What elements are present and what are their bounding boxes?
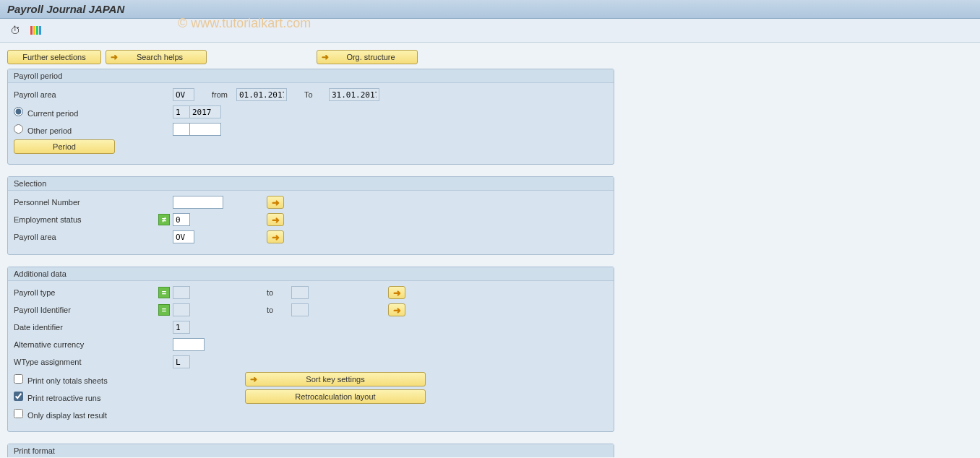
retrocalc-layout-label: Retrocalculation layout [295, 392, 375, 401]
org-structure-label: Org. structure [346, 53, 395, 61]
to-label: to [262, 306, 291, 314]
group-selection: Selection Personnel Number ➜ Employment … [7, 176, 614, 255]
period-year-field[interactable] [189, 105, 221, 118]
payroll-area-label: Payroll area [14, 90, 173, 99]
execute-icon[interactable] [7, 23, 23, 38]
only-last-label: Only display last result [27, 411, 107, 420]
equal-icon[interactable]: = [158, 287, 170, 298]
multiple-selection-button[interactable]: ➜ [267, 213, 284, 226]
page-title: Payroll Journal JAPAN [0, 0, 980, 19]
arrow-right-icon: ➜ [393, 305, 401, 316]
only-last-checkbox[interactable] [14, 409, 23, 418]
employment-status-field[interactable] [173, 213, 190, 226]
not-equal-icon[interactable]: ≠ [158, 214, 170, 225]
other-period-num-field[interactable] [173, 123, 190, 136]
group-payroll-period: Payroll period Payroll area from To Curr… [7, 69, 614, 165]
print-totals-option[interactable]: Print only totals sheets [14, 374, 173, 385]
equal-icon[interactable]: = [158, 304, 170, 316]
print-retro-checkbox[interactable] [14, 392, 23, 401]
sort-key-settings-button[interactable]: ➜Sort key settings [245, 372, 426, 386]
period-num-field[interactable] [173, 105, 190, 118]
sort-key-settings-label: Sort key settings [306, 375, 364, 384]
arrow-right-icon: ➜ [111, 52, 118, 62]
group-title: Print format [8, 444, 614, 457]
wtype-field[interactable] [173, 355, 190, 368]
arrow-right-icon: ➜ [250, 374, 257, 384]
from-label: from [207, 90, 236, 99]
payroll-area-field[interactable] [173, 88, 194, 101]
personnel-number-label: Personnel Number [14, 198, 173, 207]
search-helps-label: Search helps [137, 53, 183, 61]
payroll-type-label: Payroll type [14, 288, 173, 297]
current-period-radio[interactable] [14, 107, 23, 116]
date-identifier-field[interactable] [173, 321, 190, 334]
top-button-row: Further selections ➜Search helps ➜Org. s… [7, 50, 614, 64]
search-helps-button[interactable]: ➜Search helps [106, 50, 207, 64]
arrow-right-icon: ➜ [272, 215, 280, 225]
payroll-identifier-label: Payroll Identifier [14, 306, 173, 314]
period-button[interactable]: Period [14, 139, 115, 154]
only-last-option[interactable]: Only display last result [14, 409, 173, 420]
to-label: to [262, 288, 291, 297]
employment-status-label: Employment status [14, 215, 173, 224]
payroll-area-label-2: Payroll area [14, 233, 173, 241]
group-title: Selection [8, 177, 614, 191]
payroll-identifier-field[interactable] [173, 303, 190, 316]
print-retro-label: Print retroactive runs [27, 394, 100, 402]
group-title: Additional data [8, 267, 614, 281]
to-label: To [300, 90, 329, 99]
variant-icon[interactable] [27, 23, 43, 38]
payroll-identifier-to-field[interactable] [291, 303, 309, 316]
other-period-label: Other period [27, 126, 72, 135]
retrocalc-layout-button[interactable]: Retrocalculation layout [245, 389, 426, 404]
further-selections-button[interactable]: Further selections [7, 50, 101, 64]
group-print-format: Print format Page header [7, 444, 614, 457]
multiple-selection-button[interactable]: ➜ [267, 230, 284, 243]
print-totals-checkbox[interactable] [14, 374, 23, 384]
multiple-selection-button[interactable]: ➜ [267, 196, 284, 209]
multiple-selection-button[interactable]: ➜ [388, 303, 405, 316]
arrow-right-icon: ➜ [272, 197, 280, 208]
alt-currency-label: Alternative currency [14, 340, 173, 349]
app-toolbar [0, 19, 980, 43]
group-additional: Additional data Payroll type = to ➜ Payr… [7, 267, 614, 432]
org-structure-button[interactable]: ➜Org. structure [317, 50, 418, 64]
arrow-right-icon: ➜ [393, 288, 401, 298]
multiple-selection-button[interactable]: ➜ [388, 286, 405, 299]
content-scroll[interactable]: Further selections ➜Search helps ➜Org. s… [0, 43, 980, 457]
print-retro-option[interactable]: Print retroactive runs [14, 392, 173, 402]
from-date-field[interactable] [236, 88, 287, 101]
date-identifier-label: Date identifier [14, 323, 173, 332]
payroll-type-to-field[interactable] [291, 286, 309, 299]
other-period-year-field[interactable] [189, 123, 221, 136]
payroll-area-field-2[interactable] [173, 230, 194, 243]
personnel-number-field[interactable] [173, 196, 223, 209]
to-date-field[interactable] [329, 88, 379, 101]
current-period-option[interactable]: Current period [14, 107, 173, 118]
arrow-right-icon: ➜ [272, 232, 280, 243]
other-period-radio[interactable] [14, 124, 23, 134]
group-title: Payroll period [8, 69, 614, 83]
payroll-type-field[interactable] [173, 286, 190, 299]
arrow-right-icon: ➜ [322, 52, 329, 62]
bars-icon [30, 26, 41, 35]
wtype-label: WType assignment [14, 358, 173, 366]
other-period-option[interactable]: Other period [14, 124, 173, 135]
current-period-label: Current period [27, 109, 78, 118]
alt-currency-field[interactable] [173, 338, 205, 351]
print-totals-label: Print only totals sheets [27, 376, 108, 385]
